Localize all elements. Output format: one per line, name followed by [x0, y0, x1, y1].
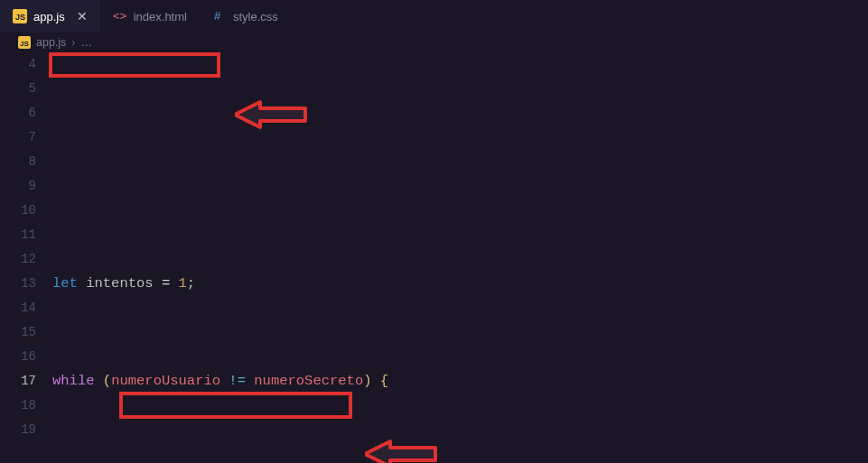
breadcrumb-file: app.js — [36, 36, 66, 49]
breadcrumb-more: … — [81, 36, 93, 49]
tab-label: app.js — [33, 10, 65, 23]
code-area[interactable]: let intentos = 1; while (numeroUsuario !… — [52, 52, 868, 463]
svg-marker-6 — [235, 102, 305, 127]
code-line: while (numeroUsuario != numeroSecreto) { — [52, 369, 868, 394]
arrow-annotation-1 — [235, 49, 316, 181]
breadcrumb[interactable]: JS app.js › … — [0, 32, 868, 52]
svg-text:#: # — [214, 9, 221, 23]
html-file-icon: <> — [113, 9, 127, 23]
js-file-icon: JS — [18, 36, 31, 49]
svg-marker-7 — [365, 441, 435, 463]
close-icon[interactable]: ✕ — [77, 9, 88, 23]
tab-label: style.css — [233, 10, 278, 23]
tab-bar: JS app.js ✕ <> index.html # style.css — [0, 0, 868, 32]
arrow-annotation-2 — [365, 388, 446, 463]
svg-text:<>: <> — [113, 9, 126, 23]
code-line: let intentos = 1; — [52, 272, 868, 296]
css-file-icon: # — [212, 9, 227, 23]
svg-text:JS: JS — [20, 40, 29, 48]
tab-style-css[interactable]: # style.css — [200, 0, 291, 32]
highlight-box-2 — [119, 392, 352, 419]
chevron-right-icon: › — [71, 36, 75, 49]
tab-app-js[interactable]: JS app.js ✕ — [0, 0, 100, 32]
code-editor[interactable]: 4567 891011 12131415 16171819 let intent… — [0, 52, 868, 463]
svg-text:JS: JS — [15, 13, 25, 22]
tab-label: index.html — [134, 10, 187, 23]
js-file-icon: JS — [13, 9, 27, 23]
tab-index-html[interactable]: <> index.html — [100, 0, 200, 32]
line-gutter: 4567 891011 12131415 16171819 — [0, 52, 52, 463]
highlight-box-1 — [49, 52, 220, 78]
